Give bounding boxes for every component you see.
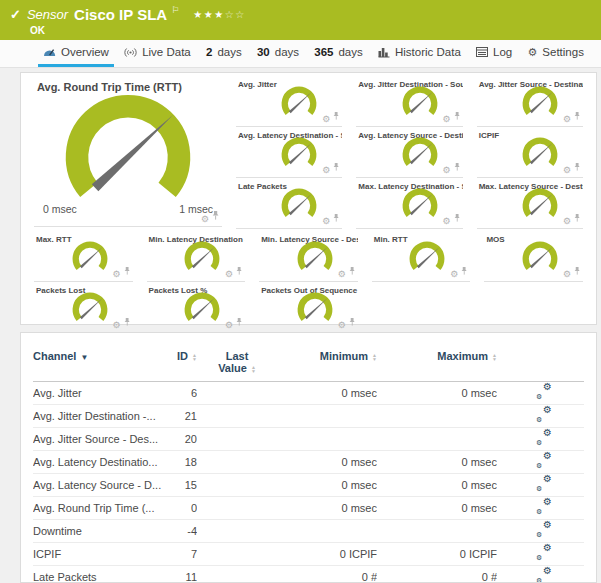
pin-icon[interactable] [236, 312, 243, 330]
gauge-dial [278, 188, 320, 221]
cell-maximum: 0 msec [377, 382, 497, 405]
gear-icon[interactable]: ⚙ [113, 321, 121, 330]
gauge-panel-actions: ⚙ [443, 106, 461, 124]
tab-settings[interactable]: ⚙Settings [522, 40, 588, 67]
pin-icon[interactable] [333, 106, 340, 124]
pin-icon[interactable] [333, 208, 340, 226]
gear-icon[interactable]: ⚙ [225, 270, 233, 279]
pin-icon[interactable] [574, 106, 581, 124]
channel-settings-gears-icon[interactable]: ⚙⚙ [537, 547, 552, 559]
channel-settings-gears-icon[interactable]: ⚙⚙ [537, 432, 552, 444]
gear-icon[interactable]: ⚙ [201, 215, 209, 224]
channel-settings-gears-icon[interactable]: ⚙⚙ [537, 524, 552, 536]
pin-icon[interactable] [461, 261, 468, 279]
cell-channel[interactable]: ICPIF [33, 543, 163, 566]
cell-last-value [197, 451, 277, 474]
cell-minimum: 0 msec [277, 497, 377, 520]
gauge-panel: Avg. Jitter Destination - Source ⚙ [356, 76, 462, 127]
channel-settings-gears-icon[interactable]: ⚙⚙ [537, 501, 552, 513]
channel-settings-gears-icon[interactable]: ⚙⚙ [537, 409, 552, 421]
tab-live-data[interactable]: Live Data [119, 40, 196, 67]
channel-settings-gears-icon[interactable]: ⚙⚙ [537, 478, 552, 490]
sensor-tab-bar: OverviewLive Data2 days30 days365 daysHi… [0, 40, 601, 68]
primary-gauge-panel: Avg. Round Trip Time (RTT) 0 msec 1 msec… [34, 76, 222, 227]
gear-icon[interactable]: ⚙ [563, 115, 571, 124]
pin-icon[interactable] [454, 106, 461, 124]
star-rating[interactable]: ★★★☆☆ [193, 9, 245, 20]
pin-icon[interactable] [454, 157, 461, 175]
column-header-maximum[interactable]: Maximum▲▼ [377, 347, 497, 382]
cell-channel[interactable]: Avg. Jitter Source - Des... [33, 428, 163, 451]
gear-icon: ⚙ [527, 47, 537, 58]
cell-channel[interactable]: Avg. Round Trip Time (... [33, 497, 163, 520]
channel-settings-gears-icon[interactable]: ⚙⚙ [537, 570, 552, 582]
pin-icon[interactable] [333, 157, 340, 175]
gauge-panel-actions: ⚙ [443, 208, 461, 226]
cell-channel[interactable]: Avg. Latency Source - D... [33, 474, 163, 497]
gauge-panel: ICPIF ⚙ [477, 127, 583, 178]
gear-icon[interactable]: ⚙ [443, 115, 451, 124]
cell-maximum [377, 428, 497, 451]
table-row: Avg. Latency Destinatio...180 msec0 msec… [33, 451, 584, 474]
column-label: Maximum [437, 350, 488, 362]
gear-icon[interactable]: ⚙ [113, 270, 121, 279]
cell-maximum: 0 msec [377, 497, 497, 520]
pin-icon[interactable] [349, 261, 356, 279]
gear-icon[interactable]: ⚙ [563, 217, 571, 226]
gear-icon[interactable]: ⚙ [450, 270, 458, 279]
gear-icon[interactable]: ⚙ [563, 166, 571, 175]
gear-icon[interactable]: ⚙ [443, 166, 451, 175]
pin-icon[interactable] [124, 312, 131, 330]
column-header-minimum[interactable]: Minimum▲▼ [277, 347, 377, 382]
pin-icon[interactable] [236, 261, 243, 279]
cell-channel[interactable]: Avg. Jitter [33, 382, 163, 405]
pin-icon[interactable] [574, 157, 581, 175]
cell-channel[interactable]: Avg. Latency Destinatio... [33, 451, 163, 474]
log-icon [476, 47, 488, 57]
cell-channel[interactable]: Downtime [33, 520, 163, 543]
pin-icon[interactable] [454, 208, 461, 226]
column-header-last-value[interactable]: LastValue▲▼ [197, 347, 277, 382]
gauge-panel-actions: ⚙ [322, 157, 340, 175]
tab-log[interactable]: Log [471, 40, 517, 67]
pin-icon[interactable] [574, 208, 581, 226]
channel-settings-gears-icon[interactable]: ⚙⚙ [537, 455, 552, 467]
gear-icon[interactable]: ⚙ [225, 321, 233, 330]
broadcast-icon [124, 47, 137, 58]
gear-icon[interactable]: ⚙ [338, 321, 346, 330]
gear-icon[interactable]: ⚙ [322, 115, 330, 124]
tab-label: days [338, 46, 362, 58]
gauge-panel: Avg. Jitter ⚙ [236, 76, 342, 127]
tab-historic-data[interactable]: Historic Data [373, 40, 466, 67]
tab-365-days[interactable]: 365 days [309, 40, 367, 67]
tab-30-days[interactable]: 30 days [252, 40, 304, 67]
channel-settings-gears-icon[interactable]: ⚙⚙ [537, 386, 552, 398]
gauge-grid-top: Avg. Round Trip Time (RTT) 0 msec 1 msec… [27, 76, 590, 229]
gauge-panel: Min. Latency Source - Destina... ⚙ [259, 231, 358, 282]
pin-icon[interactable] [574, 261, 581, 279]
flag-icon[interactable]: ⚐ [171, 5, 179, 15]
primary-gauge-dial [34, 94, 222, 211]
gauge-panel: Min. RTT ⚙ [372, 231, 471, 282]
gear-icon[interactable]: ⚙ [322, 166, 330, 175]
column-header-channel[interactable]: Channel▼ [33, 347, 163, 382]
gauge-dial [519, 137, 561, 170]
gauge-panel-actions: ⚙ [322, 106, 340, 124]
column-header-id[interactable]: ID▲▼ [163, 347, 197, 382]
tab-2-days[interactable]: 2 days [201, 40, 247, 67]
gauge-panel: Max. Latency Destination - So... ⚙ [356, 178, 462, 229]
table-row: Avg. Jitter60 msec0 msec⚙⚙ [33, 382, 584, 405]
pin-icon[interactable] [349, 312, 356, 330]
cell-channel[interactable]: Late Packets [33, 566, 163, 583]
cell-channel[interactable]: Avg. Jitter Destination -... [33, 405, 163, 428]
table-row: Avg. Jitter Destination -...21⚙⚙ [33, 405, 584, 428]
pin-icon[interactable] [124, 261, 131, 279]
tab-overview[interactable]: Overview [38, 40, 114, 67]
gear-icon[interactable]: ⚙ [443, 217, 451, 226]
pin-icon[interactable] [212, 206, 220, 224]
cell-id: 18 [163, 451, 197, 474]
gear-icon[interactable]: ⚙ [563, 270, 571, 279]
gear-icon[interactable]: ⚙ [338, 270, 346, 279]
gear-icon[interactable]: ⚙ [322, 217, 330, 226]
sensor-title: Cisco IP SLA [74, 6, 167, 23]
